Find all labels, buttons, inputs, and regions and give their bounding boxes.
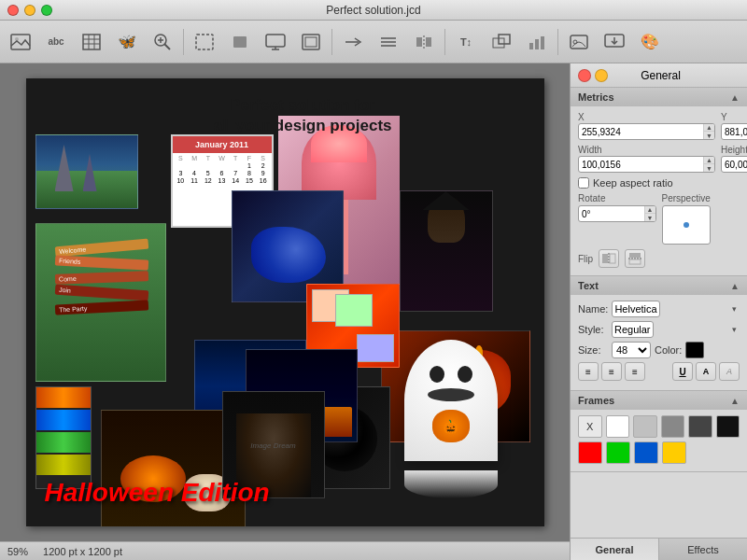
panel-close-button[interactable] bbox=[578, 69, 591, 82]
x-input[interactable] bbox=[579, 124, 703, 139]
size-label: Size: bbox=[578, 344, 608, 356]
frame-gray-cell[interactable] bbox=[661, 415, 685, 438]
svg-rect-12 bbox=[233, 36, 247, 48]
wh-row: Width ▲ ▼ Height bbox=[578, 145, 740, 173]
align-tool[interactable] bbox=[372, 25, 405, 59]
width-input[interactable] bbox=[579, 157, 703, 172]
tab-effects[interactable]: Effects bbox=[659, 539, 747, 560]
frame-lgray-cell[interactable] bbox=[633, 415, 657, 438]
rotate-step-up[interactable]: ▲ bbox=[645, 206, 655, 214]
svg-rect-23 bbox=[426, 37, 431, 47]
frame-red-cell[interactable] bbox=[578, 441, 602, 464]
font-name-select[interactable]: Helvetica bbox=[612, 301, 660, 317]
text-effect1-button[interactable]: A bbox=[696, 362, 716, 381]
rotate-step-down[interactable]: ▼ bbox=[645, 214, 655, 221]
frame-white-cell[interactable] bbox=[606, 415, 630, 438]
y-input-container: ▲ ▼ bbox=[721, 123, 747, 140]
rotate-input[interactable] bbox=[579, 206, 644, 221]
halloween-edition-text: Halloween Edition bbox=[45, 478, 270, 508]
magnify-tool[interactable] bbox=[146, 25, 179, 59]
distribute-tool[interactable] bbox=[407, 25, 441, 59]
text-tool[interactable]: abc bbox=[39, 25, 73, 59]
table-tool[interactable] bbox=[75, 25, 108, 59]
svg-rect-36 bbox=[610, 254, 615, 263]
width-field: Width ▲ ▼ bbox=[578, 145, 715, 173]
svg-rect-22 bbox=[416, 37, 422, 47]
y-input[interactable] bbox=[722, 124, 747, 139]
minimize-button[interactable] bbox=[24, 5, 35, 16]
frame-green-cell[interactable] bbox=[606, 441, 630, 464]
x-step-up[interactable]: ▲ bbox=[704, 124, 714, 132]
canvas-container[interactable]: Perfect solution forall your design proj… bbox=[0, 63, 570, 541]
y-field: Y ▲ ▼ bbox=[721, 112, 747, 140]
panel-tabs: General Effects bbox=[571, 538, 747, 560]
effects-tool[interactable] bbox=[562, 25, 596, 59]
panel-minimize-button[interactable] bbox=[595, 69, 608, 82]
metrics-section: Metrics ▲ X ▲ ▼ bbox=[571, 88, 747, 276]
color-swatch[interactable] bbox=[685, 342, 704, 358]
font-size-select[interactable]: 48 bbox=[612, 342, 651, 358]
width-step-down[interactable]: ▼ bbox=[704, 164, 714, 172]
width-input-container: ▲ ▼ bbox=[578, 156, 715, 173]
frame-dgray-cell[interactable] bbox=[688, 415, 712, 438]
flip-vertical-button[interactable] bbox=[625, 249, 645, 268]
monitor-tool[interactable] bbox=[259, 25, 292, 59]
text-effect2-button[interactable]: A bbox=[719, 362, 740, 381]
align-left-button[interactable]: ≡ bbox=[578, 362, 599, 381]
arrange-tool[interactable] bbox=[485, 25, 518, 59]
text-chevron: ▲ bbox=[730, 281, 740, 291]
window-title: Perfect solution.jcd bbox=[326, 4, 420, 17]
photo-strip bbox=[35, 386, 92, 489]
chart-tool[interactable] bbox=[520, 25, 554, 59]
close-button[interactable] bbox=[7, 5, 19, 16]
font-style-label: Style: bbox=[578, 324, 608, 335]
frame-tool[interactable] bbox=[294, 25, 328, 59]
font-name-row: Name: Helvetica bbox=[578, 301, 740, 317]
signs-image: Welcome Friends Come Join The Party bbox=[35, 223, 166, 382]
perspective-box[interactable] bbox=[662, 205, 711, 245]
aspect-ratio-row: Keep aspect ratio bbox=[578, 177, 740, 189]
align-center-button[interactable]: ≡ bbox=[601, 362, 622, 381]
aspect-ratio-checkbox[interactable] bbox=[578, 177, 589, 189]
arrow-tool[interactable] bbox=[336, 25, 370, 59]
panel-header: General bbox=[571, 63, 747, 88]
status-bar: 59% 1200 pt x 1200 pt bbox=[0, 541, 570, 560]
perspective-dot[interactable] bbox=[684, 222, 689, 228]
text-body: Name: Helvetica Style: Regular bbox=[571, 295, 747, 390]
height-input-container: ▲ ▼ bbox=[721, 156, 747, 173]
font-style-wrapper: Regular bbox=[612, 321, 740, 338]
aspect-ratio-label: Keep aspect ratio bbox=[593, 177, 673, 189]
palette-tool[interactable]: 🎨 bbox=[633, 25, 667, 59]
frames-chevron: ▲ bbox=[730, 396, 740, 406]
text-section-header[interactable]: Text ▲ bbox=[571, 276, 747, 295]
frame-yellow-cell[interactable] bbox=[662, 441, 686, 464]
right-panel: General Metrics ▲ X bbox=[570, 63, 747, 560]
underline-button[interactable]: U bbox=[672, 362, 693, 381]
monitor2-tool[interactable] bbox=[598, 25, 631, 59]
svg-rect-28 bbox=[535, 39, 539, 49]
frames-section-header[interactable]: Frames ▲ bbox=[571, 391, 747, 410]
canvas-area: Perfect solution forall your design proj… bbox=[0, 63, 570, 560]
crop-tool[interactable] bbox=[223, 25, 257, 59]
flip-horizontal-button[interactable] bbox=[599, 249, 619, 268]
canvas-document[interactable]: Perfect solution forall your design proj… bbox=[26, 78, 544, 526]
frame-x-cell[interactable]: X bbox=[578, 415, 602, 438]
metrics-section-header[interactable]: Metrics ▲ bbox=[571, 88, 747, 106]
panel-content: Metrics ▲ X ▲ ▼ bbox=[571, 88, 747, 538]
maximize-button[interactable] bbox=[41, 5, 52, 16]
font-style-select[interactable]: Regular bbox=[612, 321, 654, 338]
frame-blue-cell[interactable] bbox=[634, 441, 658, 464]
width-step-up[interactable]: ▲ bbox=[704, 157, 714, 164]
metrics-body: X ▲ ▼ Y bbox=[571, 106, 747, 275]
align-right-button[interactable]: ≡ bbox=[625, 362, 645, 381]
image-tool[interactable] bbox=[4, 25, 37, 59]
frame-black-cell[interactable] bbox=[716, 415, 740, 438]
text2-tool[interactable]: T↕ bbox=[449, 25, 483, 59]
x-step-down[interactable]: ▼ bbox=[704, 132, 714, 139]
butterfly-tool[interactable]: 🦋 bbox=[110, 25, 144, 59]
select-tool[interactable] bbox=[188, 25, 221, 59]
height-input[interactable] bbox=[722, 157, 747, 172]
size-color-row: Size: 48 Color: bbox=[578, 342, 740, 358]
tab-general[interactable]: General bbox=[571, 539, 659, 560]
rotate-label: Rotate bbox=[578, 193, 656, 203]
